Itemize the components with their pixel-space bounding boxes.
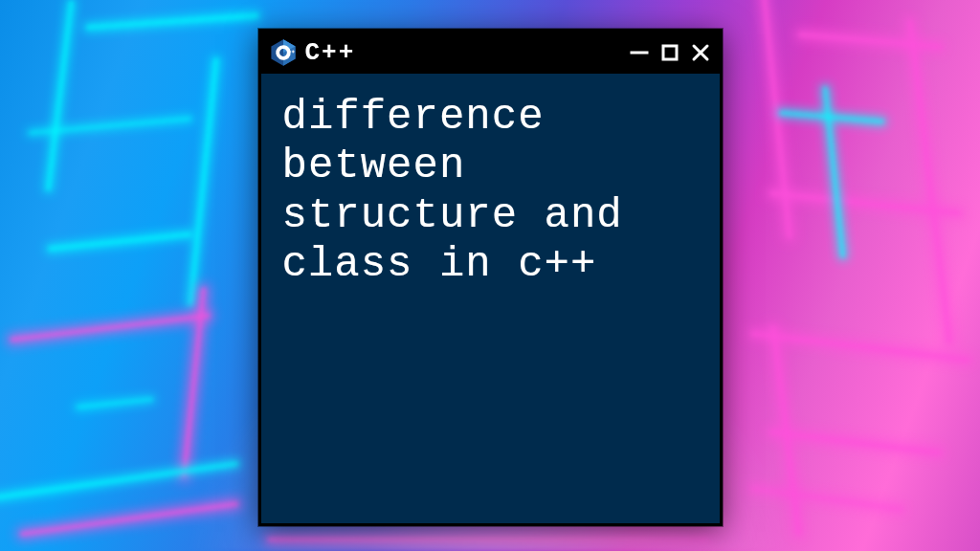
cpp-logo-icon — [269, 38, 298, 67]
titlebar[interactable]: C++ — [261, 32, 720, 74]
svg-rect-8 — [663, 46, 677, 59]
svg-rect-6 — [292, 50, 293, 53]
svg-rect-4 — [288, 50, 289, 53]
window-controls — [630, 43, 710, 62]
terminal-content: difference between structure and class i… — [261, 74, 720, 523]
terminal-window: C++ difference between structure and cla… — [258, 29, 723, 526]
minimize-button[interactable] — [630, 43, 649, 62]
close-button[interactable] — [691, 43, 710, 62]
window-title: C++ — [305, 38, 356, 67]
maximize-button[interactable] — [660, 43, 679, 62]
